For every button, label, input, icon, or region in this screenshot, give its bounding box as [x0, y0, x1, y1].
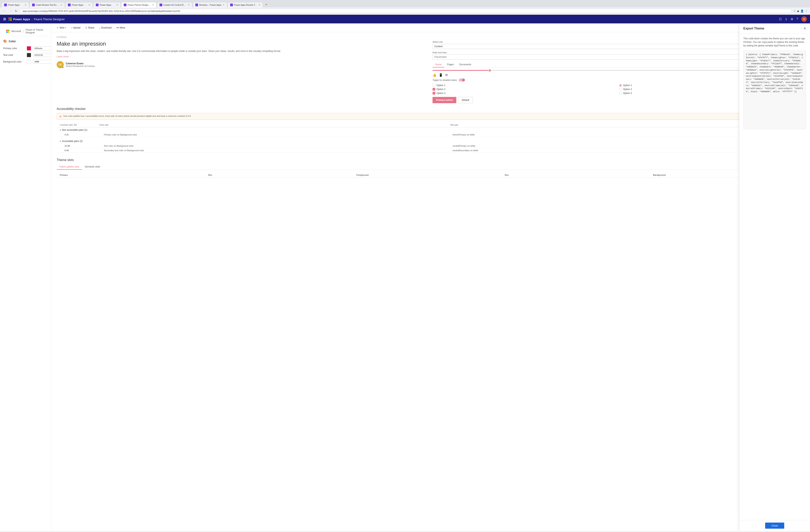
ms-company: Microsoft: [12, 30, 21, 33]
new-button[interactable]: ＋ New ▾: [54, 25, 68, 31]
export-code-block[interactable]: { palette: { themePrimary: "#f00e4a", th…: [743, 51, 806, 129]
a11y-row-1: 4.31 Primary color on Background color t…: [56, 133, 805, 137]
tab-close-8[interactable]: ✕: [258, 3, 260, 6]
avatar-row: CE Cameron Evans Senior Researcher at Co…: [56, 61, 428, 68]
help-icon[interactable]: ?: [796, 17, 798, 21]
refresh-button[interactable]: ↻: [14, 9, 18, 13]
primary-color-input[interactable]: [33, 46, 51, 50]
tab-title-7: Reviews – Power Apps: [199, 4, 222, 6]
primary-color-swatch[interactable]: [27, 46, 31, 51]
browser-tab-5[interactable]: Fluent Theme Designer - ... ✕: [121, 2, 157, 7]
tab-close-1[interactable]: ✕: [25, 3, 27, 6]
browser-tab-6[interactable]: Creator Kit Control Refere... ✕: [157, 2, 192, 7]
text-color-swatch[interactable]: [27, 53, 31, 57]
nav-tab-pages[interactable]: Pages: [444, 62, 456, 67]
tab-favicon-6: [160, 3, 162, 6]
profile-button[interactable]: 👤: [800, 10, 804, 13]
tab-bar: Power Apps ✕ Code Review Tool Experim...…: [0, 0, 810, 7]
app-divider: |: [32, 18, 32, 21]
text-color-input[interactable]: [33, 53, 51, 57]
tab-close-6[interactable]: ✕: [188, 3, 190, 6]
toggle[interactable]: [459, 79, 465, 82]
new-tab-button[interactable]: +: [263, 2, 269, 7]
phone-icon[interactable]: 📱: [439, 73, 443, 77]
logo-sq-green: [10, 17, 12, 19]
export-description: This code block creates the theme you ca…: [743, 37, 806, 47]
checkbox-2[interactable]: ✓ Option 2: [433, 88, 618, 90]
tab-title-4: Power Apps: [100, 4, 115, 6]
export-body: This code block creates the theme you ca…: [740, 34, 810, 520]
bg-color-input[interactable]: [33, 60, 51, 64]
share-icon: ⇧: [85, 26, 87, 29]
learn-more-link[interactable]: Learn more ›: [56, 55, 428, 58]
bookmark-button[interactable]: ☆: [793, 10, 796, 13]
menu-button[interactable]: ⋮: [805, 10, 808, 13]
tab-favicon-2: [32, 3, 35, 6]
stories-label: STORIES: [56, 36, 805, 38]
ms-header-divider: |: [23, 30, 23, 33]
download-icon[interactable]: ⇓: [785, 17, 788, 21]
tab-close-5[interactable]: ✕: [152, 3, 154, 6]
back-button[interactable]: ←: [2, 9, 7, 13]
tab-favicon-1: [4, 3, 7, 6]
color-icon: 🎨: [3, 39, 7, 43]
preview-body: Make a big impression with this clean, m…: [56, 49, 428, 53]
radio-3-circle[interactable]: [619, 92, 622, 95]
bg-color-swatch[interactable]: [27, 60, 31, 64]
default-button[interactable]: Default: [458, 97, 473, 103]
preview-headline: Make an impression: [56, 41, 428, 47]
avatar-info: Cameron Evans Senior Researcher at Conto…: [66, 62, 95, 67]
tab-title-8: Power Apps Review Tool ...: [234, 4, 257, 6]
url-input[interactable]: [20, 9, 792, 13]
tab-favicon-5: [124, 3, 127, 6]
browser-tab-8[interactable]: Power Apps Review Tool ... ✕: [228, 2, 263, 7]
download-button[interactable]: ↓ Download: [97, 26, 114, 30]
bg-color-row: Background color: [3, 60, 48, 64]
checkbox-1-box[interactable]: [433, 84, 435, 87]
radio-1-circle[interactable]: [619, 84, 622, 87]
non-accessible-group: ▾ Non accessible pairs (1) 4.31 Primary …: [56, 128, 805, 137]
non-accessible-header[interactable]: ▾ Non accessible pairs (1): [56, 128, 805, 133]
share-button[interactable]: ⇧ Share: [83, 26, 96, 30]
tab-close-2[interactable]: ✕: [60, 3, 62, 6]
avatar: CE: [56, 61, 64, 68]
checkbox-1[interactable]: Option 1: [433, 84, 618, 87]
slots-tabs: Fabric palette slots Semantic slots: [56, 164, 805, 170]
close-button[interactable]: Close: [765, 522, 784, 529]
tab-favicon-8: [230, 3, 233, 6]
slots-tab-semantic[interactable]: Semantic slots: [82, 164, 103, 170]
checkbox-3-box[interactable]: ✓: [433, 92, 435, 95]
nav-tab-documents[interactable]: Documents: [456, 62, 474, 67]
tab-close-7[interactable]: ✕: [223, 3, 225, 6]
upload-button[interactable]: ↑ Upload: [69, 26, 82, 30]
nav-tab-home[interactable]: Home: [433, 62, 444, 67]
settings-action-icon[interactable]: ⚙: [445, 73, 448, 77]
like-icon[interactable]: 👍: [433, 73, 436, 77]
browser-tab-4[interactable]: Power Apps ✕: [93, 2, 121, 7]
slider-thumb[interactable]: [488, 69, 491, 72]
checkbox-group: Option 1 ✓ Option 2 ✓ Option 3: [433, 84, 618, 95]
tab-close-3[interactable]: ✕: [88, 3, 90, 6]
tab-title-6: Creator Kit Control Refere...: [163, 4, 187, 6]
extensions-button[interactable]: ◆: [797, 10, 799, 13]
app-header: ⊠ Power Apps | Fluent Theme Designer ☷ ⇓…: [0, 15, 810, 23]
forward-button[interactable]: →: [8, 9, 13, 13]
text-color-row: Text color: [3, 53, 48, 57]
browser-tab-1[interactable]: Power Apps ✕: [2, 2, 29, 7]
export-close-button[interactable]: ✕: [804, 27, 806, 30]
browser-tab-2[interactable]: Code Review Tool Experim... ✕: [30, 2, 65, 7]
waffle-menu[interactable]: ⊠: [3, 17, 6, 21]
user-avatar[interactable]: U: [801, 16, 807, 22]
more-button[interactable]: ••• More: [114, 26, 127, 30]
slots-tab-fabric[interactable]: Fabric palette slots: [56, 164, 82, 170]
accessible-header[interactable]: ▾ Accessible pairs (2): [56, 138, 805, 144]
checkbox-2-box[interactable]: ✓: [433, 88, 435, 90]
browser-tab-7[interactable]: Reviews – Power Apps ✕: [193, 2, 227, 7]
grid-icon[interactable]: ☷: [779, 17, 782, 21]
browser-tab-3[interactable]: Power Apps ✕: [65, 2, 93, 7]
settings-icon[interactable]: ⚙: [791, 17, 793, 21]
primary-button[interactable]: Primary button: [433, 97, 456, 103]
tab-close-4[interactable]: ✕: [116, 3, 118, 6]
checkbox-3[interactable]: ✓ Option 3: [433, 92, 618, 95]
radio-2-circle[interactable]: [619, 88, 622, 90]
